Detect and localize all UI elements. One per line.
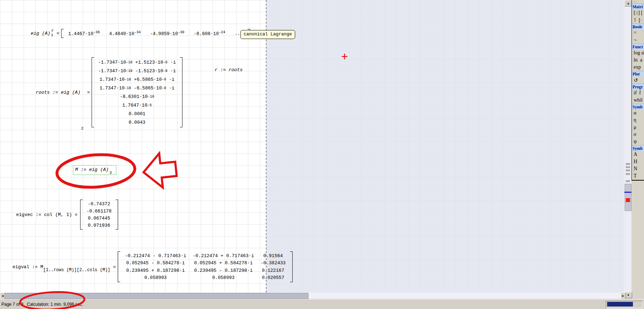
scrollbar-blue-marker: [624, 192, 631, 193]
palette-item[interactable]: ¬: [632, 36, 644, 44]
expr-eig-transpose[interactable]: eig (A) T 1 = 1.4467·10-36 4.4849·10-34 …: [31, 26, 250, 41]
palette-item[interactable]: if f: [632, 89, 644, 97]
m-expr-text: M := eig (A): [75, 167, 109, 172]
sidebar-empty-area: [631, 181, 644, 299]
roots-subscript: 2: [81, 126, 84, 131]
tooltip-text: canonical Lagrange: [244, 32, 292, 37]
page-break-line: [266, 0, 267, 293]
palette-item[interactable]: whil: [632, 97, 644, 104]
matrix-cell: 0.0043: [98, 118, 176, 127]
progress-field: [606, 301, 643, 308]
eigvec-matrix: -0.74372 -0.661178 0.067445 0.071936: [80, 200, 118, 230]
scrollbar-mark: [626, 170, 630, 171]
matrix-cell: -0.661178: [87, 207, 112, 215]
expr-eigval[interactable]: eigval := M [1..rows (M)][2..cols (M)] =…: [13, 250, 293, 283]
matrix-cell: 0.122167: [262, 267, 284, 274]
equals-sign: =: [87, 90, 90, 95]
left-bracket: [118, 251, 120, 282]
equals-sign: =: [113, 264, 116, 270]
matrix-cell: 0.239495 - 0.187298·i: [194, 267, 253, 274]
m-expr-subscript: 3: [109, 171, 112, 175]
expr-supsub-stack: T 1: [51, 29, 53, 37]
tooltip-canonical-lagrange: canonical Lagrange: [240, 30, 295, 39]
scroll-right-button[interactable]: ►: [620, 293, 626, 299]
scrollbar-mark: [626, 166, 630, 168]
palette-item[interactable]: ·: [632, 0, 644, 4]
expr-lhs: eig (A): [31, 31, 50, 36]
matrix-cell: 0.239495 + 0.187298·i: [126, 267, 185, 274]
expr-roots[interactable]: roots := eig (A) 2 = -1.7347·10-18 +1.51…: [36, 57, 182, 128]
palette-section-header: Symb: [632, 145, 644, 151]
palette-section-header: Plot: [632, 71, 644, 77]
palette-item[interactable]: ↺: [632, 77, 644, 84]
equals-sign: =: [57, 31, 59, 36]
matrix-cell: 1.7647·10-5: [98, 101, 176, 109]
expr-eigvec[interactable]: eigvec := col (M, 1) = -0.74372 -0.66117…: [16, 199, 118, 230]
roots-lhs: roots := eig (A): [36, 90, 80, 95]
palette-item[interactable]: η: [632, 117, 644, 124]
offpage-area[interactable]: [267, 0, 624, 293]
right-bracket: [116, 200, 118, 230]
scrollbar-mark: [626, 180, 630, 182]
status-bar: Page 7 of 9 Calculation: 1 min. 9,096 se…: [0, 299, 644, 309]
progress-fill: [607, 302, 633, 306]
mathcad-window: eig (A) T 1 = 1.4467·10-36 4.4849·10-34 …: [0, 0, 644, 309]
palette-section-header: Progr: [632, 84, 644, 89]
right-arrow-icon: ►: [622, 294, 625, 298]
matrix-cell: -1.7347·10-18 +1.5123·10-8 ·i: [98, 58, 176, 67]
palette-item[interactable]: μ: [632, 124, 644, 131]
eigval-lhs: eigval := M: [13, 264, 43, 270]
palette-item[interactable]: A: [632, 151, 644, 158]
palette-item[interactable]: exp: [632, 64, 644, 71]
palette-item[interactable]: ln a: [632, 57, 644, 64]
selected-expr-m[interactable]: M := eig (A) 3: [73, 165, 116, 175]
palette-item[interactable]: H: [632, 158, 644, 165]
matrix-cell: 1.7347·10-18 +6.5865·10-9 ·i: [98, 75, 176, 84]
left-bracket: [80, 200, 83, 230]
math-palette-sidebar[interactable]: ·Matri[::] [⊺ [·Boole=¬Functlog siln aex…: [631, 0, 644, 181]
left-bracket: [61, 29, 64, 38]
roots-matrix: -1.7347·10-18 +1.5123·10-8 ·i -1.7347·10…: [92, 57, 182, 127]
palette-item[interactable]: N: [632, 165, 644, 172]
up-arrow-icon: ▲: [627, 2, 630, 5]
scrollbar-mark: [626, 163, 630, 165]
horizontal-scrollbar-thumb[interactable]: [5, 293, 308, 299]
down-arrow-icon: ▼: [627, 294, 630, 297]
matrix-cell: 0.052945 - 0.584278·i: [126, 260, 185, 267]
eigval-matrix: -0.212474 - 0.717463·i -0.212474 + 0.717…: [118, 251, 293, 282]
right-bracket: [180, 57, 182, 127]
palette-item[interactable]: [::] [: [632, 9, 644, 16]
eigval-index-subscript: [1..rows (M)][2..cols (M)]: [43, 268, 110, 273]
left-arrow-icon: ◄: [1, 294, 4, 298]
matrix-cell: -0.212474 - 0.717463·i: [125, 252, 186, 260]
scrollbar-red-marker: [626, 198, 630, 202]
expr-subscript: 1: [51, 33, 53, 37]
palette-item[interactable]: T: [632, 172, 644, 180]
palette-item[interactable]: σ: [632, 131, 644, 138]
vector-cell: 4.4849·10-34: [109, 30, 141, 36]
expr-r-roots[interactable]: r := roots: [215, 67, 243, 73]
palette-rows: ·Matri[::] [⊺ [·Boole=¬Functlog siln aex…: [632, 0, 644, 180]
matrix-cell: -0.74372: [87, 200, 112, 207]
vertical-scrollbar-thumb[interactable]: [625, 184, 631, 211]
matrix-cell: 0.052945 + 0.584278·i: [194, 260, 253, 267]
row-vector: 1.4467·10-36 4.4849·10-34 -4.9859·10-30 …: [61, 29, 250, 38]
horizontal-scrollbar[interactable]: ◄ ►: [0, 293, 625, 299]
palette-item[interactable]: α: [632, 109, 644, 117]
palette-item[interactable]: ψ: [632, 138, 644, 145]
scrollbar-mark: [626, 173, 630, 175]
vertical-scrollbar[interactable]: ▲ ▼: [624, 0, 631, 298]
palette-item[interactable]: log si: [632, 49, 644, 57]
scroll-up-button[interactable]: ▲: [624, 0, 632, 6]
matrix-cell: -1.7347·10-18 -1.5123·10-8 ·i: [98, 67, 176, 75]
matrix-cell: -0.212474 + 0.717463·i: [193, 252, 254, 260]
palette-item[interactable]: =: [632, 29, 644, 36]
worksheet-canvas[interactable]: eig (A) T 1 = 1.4467·10-36 4.4849·10-34 …: [0, 0, 624, 293]
vector-cell: -4.9859·10-30: [150, 30, 184, 36]
matrix-cell: 0.020557: [262, 274, 284, 281]
matrix-cell: 0.0001: [98, 109, 176, 118]
left-bracket: [92, 57, 94, 127]
matrix-cell: -0.382433: [260, 260, 286, 267]
right-bracket: [290, 251, 293, 282]
palette-item[interactable]: ⊺ [·: [632, 16, 644, 24]
